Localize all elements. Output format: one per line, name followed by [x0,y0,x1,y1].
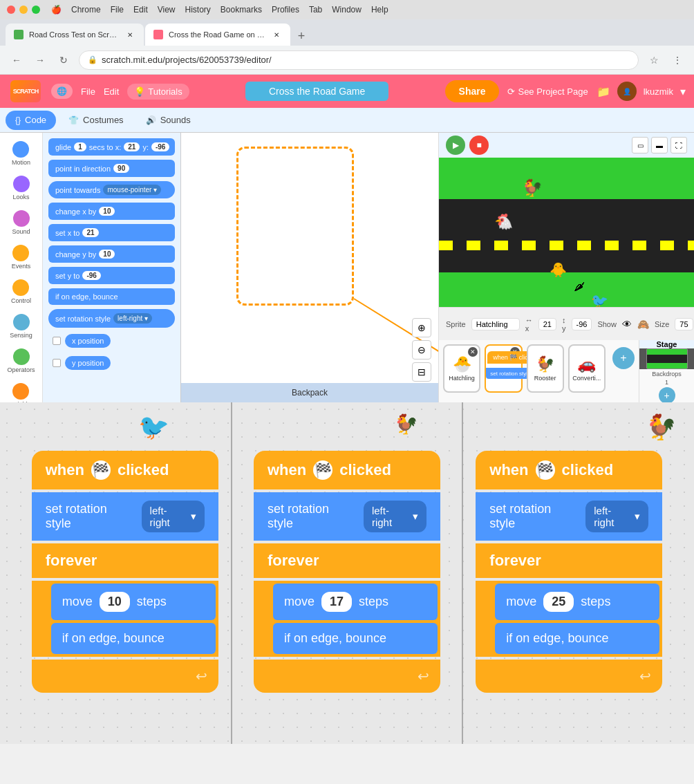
block-change-x[interactable]: change x by 10 [48,203,175,220]
rotation-arrow-3: ▾ [635,510,640,523]
block-y-position[interactable]: y position [65,356,111,370]
more-button[interactable]: ⋮ [669,52,686,68]
view-menu[interactable]: View [158,5,176,15]
browser-tab-1[interactable]: Road Cross Test on Scratch ✕ [6,24,144,46]
block-set-x[interactable]: set x to 21 [48,224,175,241]
zoom-fit-button[interactable]: ⊟ [412,362,431,382]
block-point-direction[interactable]: point in direction 90 [48,160,175,177]
category-operators[interactable]: Operators [4,346,37,376]
stage-size-controls: ▭ ▬ ⛶ [632,137,687,153]
sprite-thumb-rooster[interactable]: 🐓 Rooster [527,344,564,393]
user-dropdown-icon[interactable]: ▾ [680,85,686,98]
block-set-y[interactable]: set y to -96 [48,267,175,284]
rotation-dropdown[interactable]: left-right ▾ [113,313,152,324]
see-project-button[interactable]: ⟳ See Project Page [507,86,588,97]
category-sound[interactable]: Sound [9,207,32,238]
scratch-logo[interactable]: SCRATCH [8,79,43,104]
block-glide[interactable]: glide 1 secs to x: 21 y: -96 [48,138,175,156]
profiles-menu[interactable]: Profiles [272,5,299,15]
new-tab-button[interactable]: + [292,26,311,46]
y-coord-value[interactable]: -96 [572,318,592,330]
stage-fullscreen-button[interactable]: ⛶ [670,137,687,153]
zoom-out-button[interactable]: ⊖ [412,340,431,360]
tab-sounds[interactable]: 🔊 Sounds [136,111,200,130]
zoom-in-button[interactable]: ⊕ [412,318,431,337]
category-control[interactable]: Control [8,277,34,307]
tab-menu[interactable]: Tab [309,5,322,15]
category-motion[interactable]: Motion [9,138,33,169]
category-looks[interactable]: Looks [10,173,32,203]
sprite-name-value[interactable]: Hatchling [471,318,520,330]
show-eye-closed[interactable]: 🙈 [637,319,649,330]
help-menu[interactable]: Help [371,5,388,15]
file-link[interactable]: File [81,86,95,97]
bookmark-button[interactable]: ☆ [646,52,662,68]
share-button[interactable]: Share [445,80,500,102]
url-bar[interactable]: 🔒 scratch.mit.edu/projects/620053739/edi… [79,50,639,70]
rotation-dropdown-2[interactable]: left-right ▾ [364,501,426,532]
traffic-lights[interactable] [7,6,40,14]
chrome-menu[interactable]: Chrome [71,5,101,15]
sprite-thumb-when-clicked[interactable]: ✕ when 🏁 clicked set rotation style left… [485,344,522,393]
block-change-y[interactable]: change y by 10 [48,245,175,263]
tutorials-button[interactable]: 💡 Tutorials [127,84,189,100]
back-button[interactable]: ← [8,52,25,68]
block-bounce[interactable]: if on edge, bounce [48,288,175,305]
category-variables[interactable]: Variables [6,380,37,402]
block-point-towards[interactable]: point towards mouse-pointer ▾ [48,181,175,198]
block-categories: Motion Looks Sound Events Control Sensin… [0,133,43,402]
apple-menu[interactable]: 🍎 [51,5,62,15]
bookmarks-menu[interactable]: Bookmarks [221,5,262,15]
rotation-dropdown-3[interactable]: left-right ▾ [585,501,648,532]
edit-menu[interactable]: Edit [133,5,148,15]
close-button[interactable] [7,6,15,14]
sprite-thumb-convertible[interactable]: 🚗 Converti... [568,344,606,393]
block-stack-3: when 🏁 clicked set rotation style left-r… [476,451,662,693]
forever-label-3: forever [489,552,541,569]
motion-dot [12,141,29,158]
block-towards-label: point towards [55,186,100,194]
sprite-delete-hatchling[interactable]: ✕ [468,347,478,357]
add-sprite-button[interactable]: + [612,347,635,369]
folder-icon[interactable]: 📁 [597,85,610,98]
backpack-bar[interactable]: Backpack [181,383,438,402]
tab-close-2[interactable]: ✕ [271,29,282,40]
language-button[interactable]: 🌐 [51,84,73,99]
browser-tab-2[interactable]: Cross the Road Game on Scra... ✕ [145,24,290,46]
y-position-checkbox[interactable] [53,359,61,367]
sprite-thumb-hatchling[interactable]: ✕ 🐣 Hatchling [443,344,480,393]
block-rotation[interactable]: set rotation style left-right ▾ [48,309,175,328]
stage-thumbnail[interactable] [639,348,694,369]
reload-button[interactable]: ↻ [55,52,72,68]
file-menu[interactable]: File [111,5,124,15]
size-value[interactable]: 75 [675,318,693,330]
play-button[interactable]: ▶ [446,136,465,155]
tab-code[interactable]: {} Code [6,111,56,130]
stage-small-button[interactable]: ▭ [632,137,648,153]
show-eye-open[interactable]: 👁 [622,319,632,330]
minimize-button[interactable] [19,6,28,14]
forward-button[interactable]: → [32,52,48,68]
history-menu[interactable]: History [185,5,211,15]
block-set-x-val: 21 [82,228,98,237]
category-events[interactable]: Events [9,242,34,272]
category-sensing[interactable]: Sensing [7,311,35,342]
tab-costumes[interactable]: 👕 Costumes [59,111,133,130]
point-towards-dropdown[interactable]: mouse-pointer ▾ [103,185,161,195]
maximize-button[interactable] [32,6,40,14]
stop-button[interactable]: ■ [469,136,489,155]
edit-link[interactable]: Edit [104,86,119,97]
x-coord-value[interactable]: 21 [538,318,556,330]
project-title-input[interactable] [245,82,388,101]
user-avatar[interactable]: 👤 [617,82,637,101]
add-backdrop-button[interactable]: + [659,387,675,404]
block-change-y-label: change y by [55,250,96,259]
move-label-3: move [506,595,536,609]
window-menu[interactable]: Window [332,5,362,15]
x-position-checkbox[interactable] [53,337,61,345]
rotation-dropdown-1[interactable]: left-right ▾ [142,501,205,532]
username-label[interactable]: lkuzmik [644,86,673,97]
tab-close-1[interactable]: ✕ [124,29,135,40]
block-x-position[interactable]: x position [65,334,111,348]
stage-medium-button[interactable]: ▬ [651,137,668,153]
